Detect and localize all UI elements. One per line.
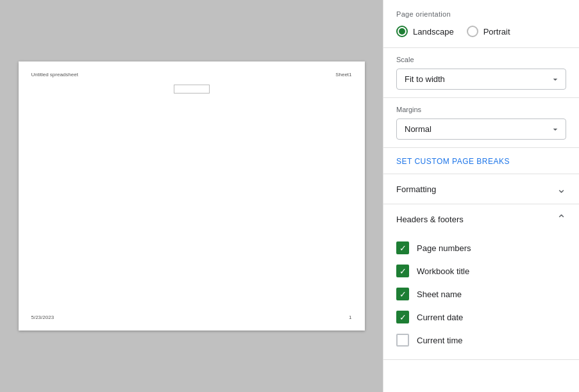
preview-content-box xyxy=(174,85,210,94)
orientation-label: Page orientation xyxy=(396,10,566,18)
page-preview: Untitled spreadsheet Sheet1 5/23/2023 1 xyxy=(19,61,365,331)
preview-panel: Untitled spreadsheet Sheet1 5/23/2023 1 xyxy=(0,0,383,392)
scale-section: Scale Fit to width Normal (100%) Fit to … xyxy=(383,48,579,98)
current-time-label: Current time xyxy=(417,336,463,345)
current-date-check-icon: ✓ xyxy=(399,313,407,322)
headers-footers-header[interactable]: Headers & footers ⌃ xyxy=(383,204,579,234)
formatting-title: Formatting xyxy=(396,184,436,194)
formatting-chevron-icon: ⌄ xyxy=(557,183,566,195)
portrait-radio[interactable] xyxy=(467,26,478,37)
portrait-label: Portrait xyxy=(483,27,510,37)
preview-page-number: 1 xyxy=(349,314,351,320)
page-footer: 5/23/2023 1 xyxy=(31,314,352,320)
scale-select[interactable]: Fit to width Normal (100%) Fit to page F… xyxy=(396,69,566,90)
current-time-item[interactable]: Current time xyxy=(396,329,566,352)
page-numbers-item[interactable]: ✓ Page numbers xyxy=(396,236,566,259)
sheet-name-label: Sheet name xyxy=(417,290,462,299)
portrait-option[interactable]: Portrait xyxy=(467,26,510,37)
page-numbers-checkbox[interactable]: ✓ xyxy=(396,241,409,254)
headers-footers-chevron-icon: ⌃ xyxy=(557,213,566,225)
preview-spreadsheet-title: Untitled spreadsheet xyxy=(31,72,78,78)
landscape-label: Landscape xyxy=(413,27,454,37)
formatting-section: Formatting ⌄ xyxy=(383,174,579,204)
workbook-title-check-icon: ✓ xyxy=(399,267,407,275)
formatting-header[interactable]: Formatting ⌄ xyxy=(383,174,579,204)
margins-label: Margins xyxy=(396,106,566,113)
orientation-row: Landscape Portrait xyxy=(396,26,566,37)
workbook-title-checkbox[interactable]: ✓ xyxy=(396,265,409,277)
page-numbers-label: Page numbers xyxy=(417,243,471,253)
margins-select[interactable]: Normal Narrow Wide Custom xyxy=(396,118,566,140)
preview-sheet-name: Sheet1 xyxy=(335,72,351,78)
headers-footers-section: Headers & footers ⌃ ✓ Page numbers ✓ Wor… xyxy=(383,204,579,360)
sheet-name-item[interactable]: ✓ Sheet name xyxy=(396,282,566,306)
workbook-title-item[interactable]: ✓ Workbook title xyxy=(396,259,566,282)
settings-panel: Page orientation Landscape Portrait Scal… xyxy=(383,0,579,392)
checkbox-list: ✓ Page numbers ✓ Workbook title ✓ Sheet … xyxy=(383,234,579,359)
current-date-item[interactable]: ✓ Current date xyxy=(396,306,566,329)
headers-footers-title: Headers & footers xyxy=(396,215,464,224)
landscape-option[interactable]: Landscape xyxy=(396,26,454,37)
current-time-checkbox[interactable] xyxy=(396,334,409,347)
preview-date: 5/23/2023 xyxy=(31,314,55,320)
margins-section: Margins Normal Narrow Wide Custom xyxy=(383,98,579,148)
workbook-title-label: Workbook title xyxy=(417,266,469,276)
current-date-label: Current date xyxy=(417,313,463,322)
sheet-name-checkbox[interactable]: ✓ xyxy=(396,288,409,300)
page-numbers-check-icon: ✓ xyxy=(399,244,407,252)
custom-breaks-section: SET CUSTOM PAGE BREAKS xyxy=(383,148,579,174)
sheet-name-check-icon: ✓ xyxy=(399,290,407,298)
orientation-section: Page orientation Landscape Portrait xyxy=(383,0,579,48)
scale-label: Scale xyxy=(396,56,566,63)
current-date-checkbox[interactable]: ✓ xyxy=(396,311,409,323)
page-header: Untitled spreadsheet Sheet1 xyxy=(31,72,352,78)
landscape-radio[interactable] xyxy=(396,26,408,37)
custom-breaks-link[interactable]: SET CUSTOM PAGE BREAKS xyxy=(396,157,510,166)
